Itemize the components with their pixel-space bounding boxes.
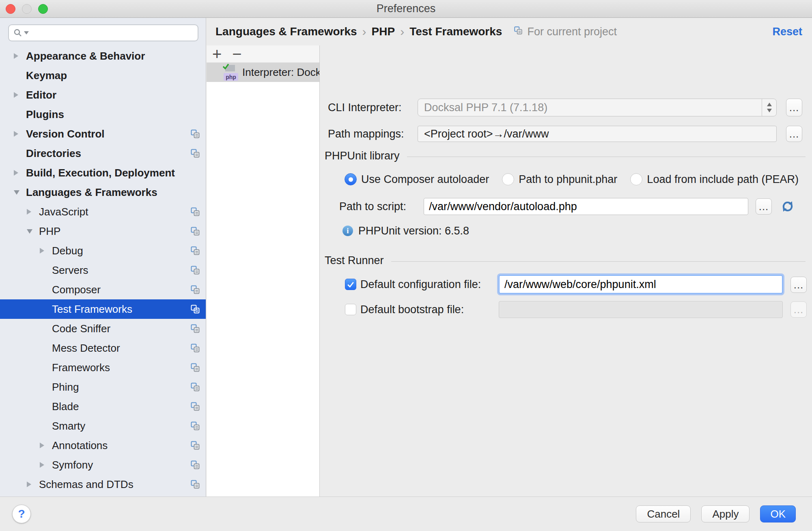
remove-button[interactable]: − xyxy=(232,46,241,62)
close-window-icon[interactable] xyxy=(6,4,15,14)
cancel-button[interactable]: Cancel xyxy=(636,505,691,522)
sync-refresh-icon[interactable] xyxy=(780,199,795,216)
sidebar-item-servers[interactable]: Servers xyxy=(0,260,206,280)
sidebar-item-editor[interactable]: Editor xyxy=(0,85,206,105)
breadcrumb-item[interactable]: PHP xyxy=(372,25,395,38)
radio-label: Use Composer autoloader xyxy=(361,173,489,186)
path-to-script-input[interactable] xyxy=(424,198,748,215)
radio-path-to-phpunit-phar[interactable]: Path to phpunit.phar xyxy=(502,173,617,186)
default-config-browse-button[interactable]: ... xyxy=(790,277,807,293)
sidebar-item-label: Languages & Frameworks xyxy=(26,186,157,199)
sidebar-item-directories[interactable]: Directories xyxy=(0,144,206,163)
path-to-script-browse-button[interactable]: ... xyxy=(756,198,772,215)
info-icon: i xyxy=(342,226,353,236)
radio-button-icon[interactable] xyxy=(630,173,642,185)
sidebar-item-label: Servers xyxy=(52,264,88,277)
sidebar-item-frameworks[interactable]: Frameworks xyxy=(0,358,206,377)
project-settings-icon xyxy=(190,148,200,159)
zoom-window-icon[interactable] xyxy=(38,4,48,14)
sidebar-item-version-control[interactable]: Version Control xyxy=(0,124,206,144)
interpreter-item-label: Interpreter: Dock xyxy=(242,66,319,79)
project-settings-icon xyxy=(190,206,200,217)
default-bootstrap-browse-button: ... xyxy=(790,301,807,318)
chevron-down-icon[interactable] xyxy=(14,190,26,195)
sidebar-item-composer[interactable]: Composer xyxy=(0,280,206,299)
sidebar-item-label: Keymap xyxy=(26,69,67,82)
radio-load-from-include-path-pear[interactable]: Load from include path (PEAR) xyxy=(630,173,799,186)
cli-interpreter-browse-button[interactable]: ... xyxy=(786,99,802,116)
radio-label: Load from include path (PEAR) xyxy=(647,173,799,186)
sidebar-item-debug[interactable]: Debug xyxy=(0,241,206,260)
ok-button[interactable]: OK xyxy=(760,505,796,522)
chevron-right-icon[interactable] xyxy=(40,443,52,448)
header-band: Languages & Frameworks › PHP › Test Fram… xyxy=(207,18,812,45)
sidebar-item-javascript[interactable]: JavaScript xyxy=(0,202,206,221)
project-settings-icon xyxy=(190,226,200,236)
sidebar-item-mess-detector[interactable]: Mess Detector xyxy=(0,338,206,358)
project-settings-icon xyxy=(190,245,200,256)
project-settings-icon xyxy=(190,265,200,275)
settings-search[interactable] xyxy=(8,24,198,41)
breadcrumb-item[interactable]: Languages & Frameworks xyxy=(215,25,357,38)
cli-interpreter-select[interactable]: Docksal PHP 7.1 (7.1.18) xyxy=(418,99,777,116)
sidebar-item-annotations[interactable]: Annotations xyxy=(0,436,206,455)
sidebar-item-languages-frameworks[interactable]: Languages & Frameworks xyxy=(0,183,206,202)
sidebar-item-php[interactable]: PHP xyxy=(0,221,206,241)
sidebar-item-schemas-and-dtds[interactable]: Schemas and DTDs xyxy=(0,475,206,494)
chevron-down-icon[interactable] xyxy=(27,229,39,234)
chevron-right-icon[interactable] xyxy=(14,170,26,176)
reset-link[interactable]: Reset xyxy=(772,26,802,38)
default-bootstrap-checkbox[interactable] xyxy=(345,304,356,315)
add-button[interactable]: + xyxy=(212,46,222,62)
chevron-right-icon[interactable] xyxy=(40,462,52,468)
sidebar-item-build-execution-deployment[interactable]: Build, Execution, Deployment xyxy=(0,163,206,183)
list-toolbar: + − xyxy=(207,45,319,62)
settings-content: Languages & Frameworks › PHP › Test Fram… xyxy=(207,18,812,497)
default-config-checkbox[interactable] xyxy=(345,279,356,290)
breadcrumb-separator: › xyxy=(357,25,372,39)
chevron-right-icon[interactable] xyxy=(14,92,26,98)
php-file-icon: php xyxy=(221,63,239,81)
project-settings-icon xyxy=(190,304,200,314)
sidebar-item-keymap[interactable]: Keymap xyxy=(0,66,206,85)
sidebar-item-appearance-behavior[interactable]: Appearance & Behavior xyxy=(0,46,206,66)
default-config-input[interactable] xyxy=(499,275,783,294)
search-filter-caret-icon[interactable] xyxy=(24,31,29,34)
sidebar-item-label: JavaScript xyxy=(39,206,88,218)
chevron-right-icon[interactable] xyxy=(27,209,39,215)
chevron-right-icon[interactable] xyxy=(14,131,26,137)
project-settings-icon xyxy=(190,460,200,470)
sidebar-item-test-frameworks[interactable]: Test Frameworks xyxy=(0,299,206,319)
sidebar-item-label: Symfony xyxy=(52,459,93,471)
sidebar-item-code-sniffer[interactable]: Code Sniffer xyxy=(0,319,206,338)
breadcrumb-item[interactable]: Test Frameworks xyxy=(409,25,502,38)
phpunit-library-radios: Use Composer autoloaderPath to phpunit.p… xyxy=(345,169,799,189)
combo-stepper-icon[interactable] xyxy=(762,99,776,116)
help-icon[interactable]: ? xyxy=(12,505,31,523)
search-input[interactable] xyxy=(31,27,194,39)
path-mappings-browse-button[interactable]: ... xyxy=(786,126,802,142)
sidebar-item-label: Directories xyxy=(26,147,81,160)
sidebar-item-blade[interactable]: Blade xyxy=(0,397,206,416)
traffic-lights xyxy=(6,4,48,14)
sidebar-item-symfony[interactable]: Symfony xyxy=(0,455,206,475)
radio-button-icon[interactable] xyxy=(345,173,357,185)
chevron-right-icon[interactable] xyxy=(40,248,52,254)
sidebar-item-label: Appearance & Behavior xyxy=(26,50,145,62)
radio-use-composer-autoloader[interactable]: Use Composer autoloader xyxy=(345,173,489,186)
sidebar-item-label: Debug xyxy=(52,245,83,257)
minimize-window-icon[interactable] xyxy=(22,4,32,14)
apply-button[interactable]: Apply xyxy=(701,505,750,522)
sidebar-item-phing[interactable]: Phing xyxy=(0,377,206,397)
chevron-right-icon[interactable] xyxy=(14,53,26,59)
chevron-right-icon[interactable] xyxy=(27,482,39,487)
sidebar-item-smarty[interactable]: Smarty xyxy=(0,416,206,436)
sidebar-item-plugins[interactable]: Plugins xyxy=(0,105,206,124)
radio-button-icon[interactable] xyxy=(502,173,514,185)
sidebar-item-label: Composer xyxy=(52,284,101,296)
sidebar-item-label: Frameworks xyxy=(52,361,110,374)
default-config-label: Default configuration file: xyxy=(360,275,481,294)
path-mappings-label: Path mappings: xyxy=(328,126,404,142)
interpreter-list-item[interactable]: php Interpreter: Dock xyxy=(207,62,319,82)
sidebar-item-label: Build, Execution, Deployment xyxy=(26,167,175,179)
